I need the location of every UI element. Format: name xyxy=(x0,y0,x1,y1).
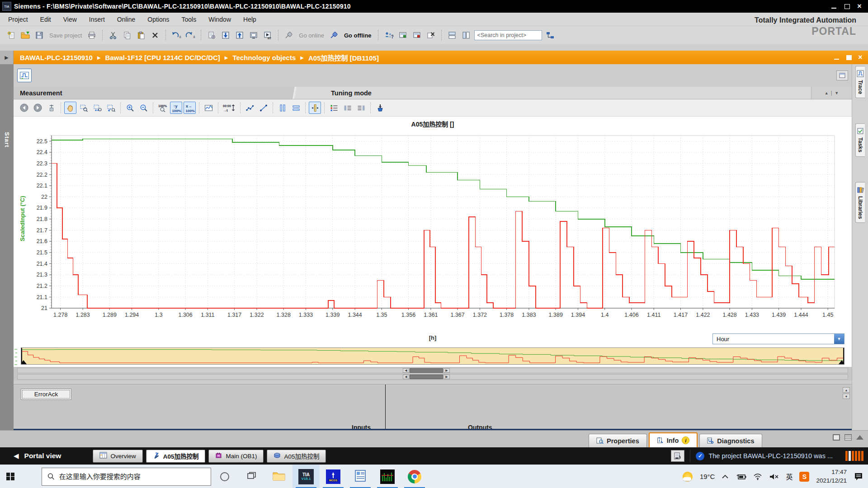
samples-icon[interactable] xyxy=(244,102,256,114)
trace-viewer-button[interactable] xyxy=(374,465,401,488)
tab-diagnostics[interactable]: Diagnostics xyxy=(699,434,762,447)
temperature-label[interactable]: 19°C xyxy=(700,473,715,480)
trace-overview-strip[interactable] xyxy=(21,347,844,365)
zoom-select-icon[interactable] xyxy=(78,102,90,114)
menu-view[interactable]: View xyxy=(63,16,77,23)
menu-help[interactable]: Help xyxy=(243,16,256,23)
zoom-in-icon[interactable] xyxy=(124,102,136,114)
menu-tools[interactable]: Tools xyxy=(182,16,197,23)
menu-insert[interactable]: Insert xyxy=(89,16,105,23)
stop-cpu-icon[interactable] xyxy=(411,29,423,41)
go-online-icon[interactable] xyxy=(283,29,295,41)
pane-splitter-handle[interactable]: ▲│▼ xyxy=(811,87,852,99)
go-online-label[interactable]: Go online xyxy=(299,32,324,39)
scrollbar-thumb[interactable] xyxy=(410,368,443,373)
menu-edit[interactable]: Edit xyxy=(40,16,51,23)
scroll-up-icon[interactable]: ▲ xyxy=(843,387,850,393)
file-explorer-button[interactable] xyxy=(265,465,292,488)
paste-icon[interactable] xyxy=(135,29,147,41)
scroll-right-icon[interactable]: ▶ xyxy=(443,368,450,373)
memory-card-icon[interactable] xyxy=(671,450,684,462)
overview-range-handle-right[interactable] xyxy=(839,360,844,364)
tab-info[interactable]: i Info i xyxy=(649,432,698,447)
breadcrumb-item[interactable]: A05加热控制 [DB1105] xyxy=(308,53,379,62)
sidebar-tab-libraries[interactable]: Libraries xyxy=(855,182,865,223)
menu-window[interactable]: Window xyxy=(208,16,231,23)
go-offline-icon[interactable] xyxy=(328,29,340,41)
menu-options[interactable]: Options xyxy=(147,16,169,23)
curve-overview-icon[interactable] xyxy=(203,102,215,114)
legend-left-icon[interactable] xyxy=(341,102,354,114)
scada-doc-button[interactable] xyxy=(347,465,374,488)
scrollbar-thumb[interactable] xyxy=(410,375,443,379)
vertical-cursors-icon[interactable] xyxy=(276,102,288,114)
mcgs-button[interactable]: MCGS xyxy=(320,465,347,488)
float-inspector-icon[interactable] xyxy=(833,434,840,441)
start-button[interactable] xyxy=(0,465,21,488)
breadcrumb-item[interactable]: Bawal-1F12 [CPU 1214C DC/DC/DC] xyxy=(105,54,220,61)
scale-y-100-icon[interactable]: ↑y100% xyxy=(170,102,182,114)
print-icon[interactable] xyxy=(86,29,98,41)
scroll-down-icon[interactable]: ▼ xyxy=(843,394,850,399)
open-project-icon[interactable] xyxy=(19,29,31,41)
snapshot-icon[interactable] xyxy=(248,29,259,41)
minimize-button[interactable] xyxy=(831,4,837,9)
weather-icon[interactable] xyxy=(682,471,693,482)
horizontal-scrollbar[interactable]: ◀ ▶ xyxy=(17,368,848,373)
overview-range-handle-left[interactable] xyxy=(21,360,27,364)
horizontal-scrollbar-2[interactable]: ◀ ▶ xyxy=(17,374,848,380)
sogou-icon[interactable]: S xyxy=(799,472,809,482)
wifi-icon[interactable] xyxy=(753,473,762,480)
chrome-button[interactable] xyxy=(401,465,428,488)
trace-chart[interactable]: 1.2781.2831.2891.2941.31.3061.3111.3171.… xyxy=(14,128,852,333)
pane-minimize-button[interactable] xyxy=(834,55,840,60)
cross-references-icon[interactable] xyxy=(425,29,437,41)
start-runtime-icon[interactable]: RT xyxy=(262,29,274,41)
undo-icon[interactable]: ± xyxy=(170,29,182,41)
taskbar-search[interactable] xyxy=(42,468,211,486)
new-project-icon[interactable] xyxy=(5,29,17,41)
tab-measurement[interactable]: Measurement xyxy=(14,87,285,99)
trace-configuration-icon[interactable] xyxy=(17,69,32,82)
split-editor-vertical-icon[interactable] xyxy=(460,29,472,41)
float-panel-icon[interactable] xyxy=(836,70,848,80)
sidebar-tab-trace[interactable]: Trace xyxy=(855,66,865,98)
inspector-layout-icon[interactable] xyxy=(844,434,852,441)
menu-project[interactable]: Project xyxy=(8,16,28,23)
pane-close-button[interactable]: × xyxy=(857,55,863,60)
accessible-devices-icon[interactable]: ? xyxy=(383,29,395,41)
status-message[interactable]: ✓ The project BAWAL-PLC-12150910 was ... xyxy=(696,452,833,460)
sidebar-tab-tasks[interactable]: Tasks xyxy=(855,123,865,156)
zoom-dynamic-icon[interactable] xyxy=(105,102,117,114)
scroll-right-icon[interactable]: ▶ xyxy=(443,375,450,379)
compile-icon[interactable] xyxy=(206,29,217,41)
go-offline-label[interactable]: Go offline xyxy=(344,32,372,39)
scroll-left-icon[interactable]: ◀ xyxy=(403,375,409,379)
volume-muted-icon[interactable] xyxy=(769,473,779,480)
project-search-input[interactable] xyxy=(474,30,542,40)
editor-button-a05-[interactable]: A05加热控制 xyxy=(267,450,326,463)
ime-indicator[interactable]: 英 xyxy=(786,472,793,481)
pane-maximize-button[interactable] xyxy=(845,55,852,60)
legend-right-icon[interactable] xyxy=(355,102,367,114)
split-editor-horizontal-icon[interactable] xyxy=(446,29,458,41)
save-project-icon[interactable] xyxy=(33,29,45,41)
upload-from-device-icon[interactable] xyxy=(234,29,245,41)
close-button[interactable]: × xyxy=(856,4,863,9)
download-to-device-icon[interactable] xyxy=(220,29,231,41)
cut-icon[interactable] xyxy=(107,29,119,41)
scale-x-100-icon[interactable]: x→100% xyxy=(184,102,196,114)
pan-hand-icon[interactable] xyxy=(64,102,76,114)
editor-button-a05-[interactable]: A05加热控制 xyxy=(146,450,206,463)
scroll-left-icon[interactable]: ◀ xyxy=(403,368,409,373)
show-connections-icon[interactable] xyxy=(544,29,556,41)
menu-online[interactable]: Online xyxy=(117,16,135,23)
start-sidebar[interactable]: Start xyxy=(0,64,14,430)
taskbar-search-input[interactable] xyxy=(59,473,205,480)
nav-forward-icon[interactable] xyxy=(32,102,44,114)
zoom-100-icon[interactable]: 100% xyxy=(156,102,169,114)
horizontal-cursors-icon[interactable] xyxy=(290,102,302,114)
zoom-drag-icon[interactable] xyxy=(91,102,104,114)
tray-expand-icon[interactable] xyxy=(722,474,729,479)
battery-icon[interactable] xyxy=(736,474,746,480)
